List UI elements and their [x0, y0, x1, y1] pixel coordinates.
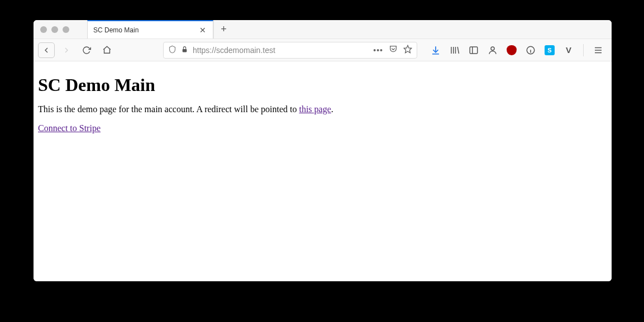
- bookmark-star-icon[interactable]: [403, 45, 412, 55]
- intro-text: This is the demo page for the main accou…: [38, 104, 299, 114]
- hamburger-menu-icon[interactable]: [591, 44, 605, 57]
- page-viewport: SC Demo Main This is the demo page for t…: [34, 61, 612, 281]
- this-page-link[interactable]: this page: [299, 104, 331, 114]
- library-icon[interactable]: [448, 44, 461, 57]
- svg-rect-2: [470, 47, 478, 54]
- home-button[interactable]: [98, 42, 115, 59]
- reload-button[interactable]: [78, 42, 95, 59]
- downloads-icon[interactable]: [429, 44, 442, 57]
- address-bar[interactable]: https://scdemomain.test •••: [163, 42, 417, 59]
- tab-title: SC Demo Main: [93, 26, 194, 34]
- ublock-icon[interactable]: [505, 44, 518, 57]
- browser-window: SC Demo Main ✕ + https://scde: [34, 20, 612, 281]
- skype-icon[interactable]: S: [543, 44, 556, 57]
- back-button[interactable]: [38, 42, 55, 58]
- window-minimize-button[interactable]: [51, 26, 58, 33]
- info-icon[interactable]: [524, 44, 537, 57]
- url-host: scdemomain.test: [216, 46, 275, 55]
- window-controls: [34, 20, 87, 39]
- window-zoom-button[interactable]: [63, 26, 69, 33]
- toolbar: https://scdemomain.test •••: [34, 39, 612, 61]
- svg-marker-1: [404, 45, 411, 52]
- extension-v-icon[interactable]: V: [562, 44, 575, 57]
- shield-icon[interactable]: [168, 45, 176, 55]
- sidebar-icon[interactable]: [467, 44, 480, 57]
- titlebar: SC Demo Main ✕ +: [34, 20, 612, 39]
- lock-icon[interactable]: [181, 46, 188, 55]
- tab-strip: SC Demo Main ✕ +: [87, 20, 233, 39]
- svg-rect-0: [183, 49, 187, 51]
- intro-paragraph: This is the demo page for the main accou…: [38, 104, 607, 114]
- more-icon[interactable]: •••: [373, 46, 383, 55]
- svg-point-3: [491, 47, 494, 50]
- new-tab-button[interactable]: +: [213, 20, 233, 39]
- toolbar-separator: [583, 44, 584, 56]
- url-scheme: https://: [193, 46, 216, 55]
- intro-text-after: .: [331, 104, 333, 114]
- connect-paragraph: Connect to Stripe: [38, 123, 607, 133]
- tab-active[interactable]: SC Demo Main ✕: [87, 20, 213, 39]
- page-actions: •••: [373, 45, 412, 55]
- page-heading: SC Demo Main: [38, 75, 607, 95]
- pocket-icon[interactable]: [389, 45, 398, 55]
- window-close-button[interactable]: [40, 26, 47, 33]
- toolbar-right: S V: [429, 44, 607, 57]
- account-icon[interactable]: [486, 44, 499, 57]
- url-text: https://scdemomain.test: [193, 46, 369, 55]
- connect-to-stripe-link[interactable]: Connect to Stripe: [38, 123, 101, 133]
- tab-close-icon[interactable]: ✕: [198, 26, 207, 35]
- forward-button[interactable]: [58, 42, 75, 59]
